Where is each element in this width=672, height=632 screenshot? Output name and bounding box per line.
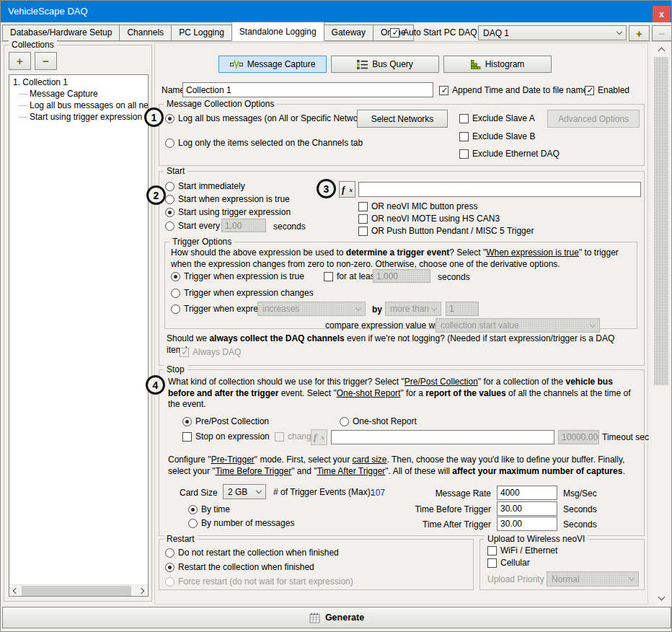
or-mote-checkbox[interactable]: OR neoVI MOTE using HS CAN3	[358, 214, 500, 224]
stop-fx-button: fx	[311, 429, 327, 445]
tab-pc-logging[interactable]: PC Logging	[171, 25, 232, 41]
message-rate-input[interactable]	[497, 486, 557, 500]
chevron-down-icon	[355, 304, 361, 310]
for-at-least-checkbox[interactable]: for at least	[324, 271, 377, 281]
scrollbar-thumb[interactable]	[22, 586, 131, 596]
by-number-of-messages-radio[interactable]: By number of messages	[188, 518, 294, 528]
radio-icon	[165, 548, 174, 558]
daq-select[interactable]: DAQ 1	[478, 25, 627, 40]
card-size-select[interactable]: 2 GB	[223, 484, 266, 499]
by-time-radio[interactable]: By time	[188, 504, 230, 514]
tab-bar: Database/Hardware Setup Channels PC Logg…	[1, 22, 671, 42]
scrollbar-thumb[interactable]	[654, 57, 668, 385]
log-all-messages-radio[interactable]: Log all bus messages (on All or Specific…	[165, 113, 372, 123]
scroll-right-button[interactable]	[136, 585, 148, 597]
restart-when-finished-radio[interactable]: Restart the collection when finished	[165, 562, 314, 572]
time-before-trigger-input[interactable]	[497, 501, 557, 516]
tree-item-message-capture[interactable]: Message Capture	[19, 88, 148, 100]
or-pendant-checkbox[interactable]: OR Push Button Pendant / MISC 5 Trigger	[358, 226, 534, 236]
start-immediately-radio[interactable]: Start immediately	[165, 181, 245, 191]
start-using-trigger-radio[interactable]: Start using trigger expression	[165, 207, 291, 217]
pre-post-collection-radio[interactable]: Pre/Post Collection	[182, 416, 269, 426]
checkbox-box-icon	[487, 558, 497, 568]
annotation-circle-1: 1	[144, 107, 164, 127]
message-rate-unit: Msg/Sec	[563, 488, 597, 499]
scroll-up-button[interactable]	[653, 43, 670, 56]
bus-query-mode-button[interactable]: Bus Query	[331, 56, 439, 73]
remove-daq-button[interactable]: −	[652, 25, 672, 41]
checkbox-box-icon	[459, 149, 469, 159]
tree-item-log-all[interactable]: Log all bus messages on all networks	[19, 100, 148, 111]
time-after-trigger-input[interactable]	[497, 517, 557, 531]
time-before-trigger-label: Time Before Trigger	[397, 504, 491, 514]
tree-item-start-trigger[interactable]: Start using trigger expression	[19, 111, 148, 123]
histogram-icon	[471, 60, 481, 69]
stop-on-expression-checkbox[interactable]: Stop on expression	[182, 431, 270, 442]
log-channels-tab-radio[interactable]: Log only the items selected on the Chann…	[165, 138, 363, 148]
tab-database-hardware-setup[interactable]: Database/Hardware Setup	[2, 25, 120, 41]
radio-icon	[171, 304, 180, 314]
generate-button[interactable]: Generate	[2, 607, 671, 628]
window-title: VehicleScape DAQ	[8, 1, 88, 22]
or-mic-checkbox[interactable]: OR neoVI MIC button press	[358, 201, 477, 211]
trigger-when-true-radio[interactable]: Trigger when expression is true	[171, 271, 304, 281]
main-panel: Message Capture Bus Query Histogram Name	[154, 43, 648, 605]
radio-icon	[165, 563, 174, 572]
at-least-seconds-input: 1.000	[373, 269, 430, 283]
list-icon	[357, 60, 368, 69]
remove-collection-button[interactable]: −	[35, 52, 57, 70]
scroll-left-button[interactable]	[9, 585, 21, 597]
checkbox-box-icon	[182, 432, 192, 442]
trigger-description: How should the above expression be used …	[171, 247, 631, 270]
exclude-ethernet-daq-checkbox[interactable]: Exclude Ethernet DAQ	[459, 149, 560, 159]
checkbox-box-icon	[487, 546, 497, 556]
radio-icon	[165, 195, 174, 204]
exclude-slave-a-checkbox[interactable]: Exclude Slave A	[459, 113, 535, 123]
tree-item-collection[interactable]: 1. Collection 1	[13, 77, 148, 87]
checkbox-box-icon	[358, 214, 368, 224]
start-expression-input[interactable]	[358, 182, 641, 197]
auto-start-checkbox[interactable]: Auto Start PC DAQ	[390, 27, 477, 38]
select-networks-button[interactable]: Select Networks	[357, 110, 448, 128]
enabled-checkbox[interactable]: Enabled	[585, 85, 629, 95]
stop-expression-input[interactable]	[331, 430, 554, 444]
tree-horizontal-scrollbar[interactable]	[9, 584, 148, 596]
radio-icon	[188, 505, 198, 514]
exclude-slave-b-checkbox[interactable]: Exclude Slave B	[459, 131, 535, 141]
always-daq-checkbox: Always DAQ	[180, 347, 241, 357]
close-button[interactable]: x	[653, 6, 671, 22]
start-when-expression-radio[interactable]: Start when expression is true	[165, 194, 290, 204]
radio-icon	[188, 519, 198, 528]
checkbox-box-icon	[358, 227, 368, 236]
tab-standalone-logging[interactable]: Standalone Logging	[231, 22, 324, 41]
histogram-mode-button[interactable]: Histogram	[443, 56, 552, 73]
trigger-when-changes-radio[interactable]: Trigger when expression changes	[171, 288, 314, 298]
card-size-label: Card Size	[180, 488, 218, 498]
start-every-radio[interactable]: Start every	[165, 221, 220, 231]
vertical-scrollbar[interactable]	[653, 43, 670, 605]
annotation-circle-3: 3	[317, 179, 336, 198]
radio-icon	[165, 208, 174, 217]
one-shot-report-radio[interactable]: One-shot Report	[340, 416, 417, 426]
amount-input: 1	[446, 302, 479, 316]
do-not-restart-radio[interactable]: Do not restart the collection when finis…	[165, 548, 339, 558]
compare-with-label: compare expression value with	[325, 320, 444, 330]
collection-name-input[interactable]	[182, 82, 433, 97]
radio-icon	[165, 182, 174, 191]
expression-fx-button[interactable]: fx	[339, 181, 355, 198]
tab-gateway[interactable]: Gateway	[324, 25, 373, 41]
chevron-right-icon	[138, 588, 144, 594]
tab-channels[interactable]: Channels	[119, 25, 172, 41]
append-date-checkbox[interactable]: Append Time and Date to file name	[439, 85, 588, 95]
stop-description: What kind of collection should we use fo…	[168, 377, 637, 411]
wifi-ethernet-checkbox[interactable]: WiFi / Ethernet	[487, 545, 557, 556]
checkbox-box-icon	[439, 86, 448, 95]
radio-icon	[340, 417, 349, 426]
add-collection-button[interactable]: +	[9, 52, 31, 70]
message-capture-mode-button[interactable]: Message Capture	[218, 56, 327, 73]
scroll-down-button[interactable]	[653, 591, 670, 605]
start-every-seconds-input: 1.00	[221, 219, 266, 232]
tab-strip: Database/Hardware Setup Channels PC Logg…	[2, 22, 413, 41]
add-daq-button[interactable]: +	[629, 25, 650, 41]
cellular-checkbox[interactable]: Cellular	[487, 558, 530, 568]
